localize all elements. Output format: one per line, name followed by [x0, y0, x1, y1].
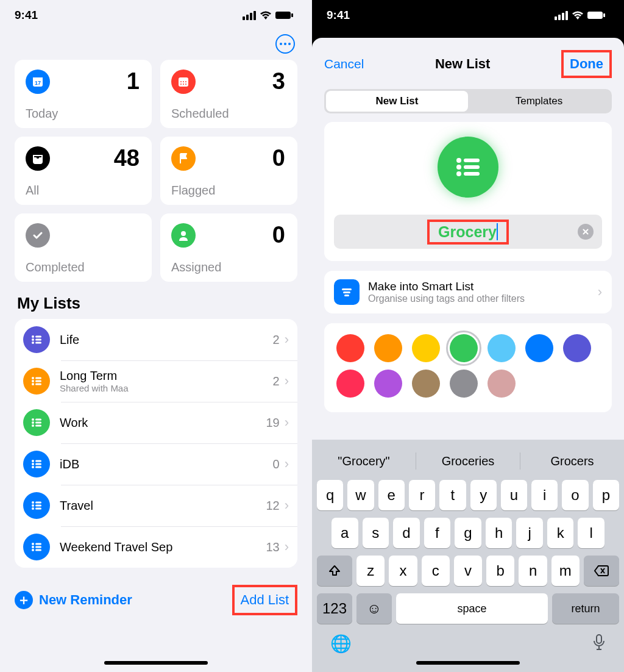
key-return[interactable]: return — [552, 593, 619, 624]
key-b[interactable]: b — [486, 556, 514, 586]
key-h[interactable]: h — [486, 518, 512, 548]
key-a[interactable]: a — [332, 518, 358, 548]
list-row[interactable]: Life2› — [15, 319, 297, 360]
color-picker-card — [324, 323, 612, 412]
key-k[interactable]: k — [547, 518, 574, 548]
add-list-button[interactable]: Add List — [232, 585, 298, 615]
key-w[interactable]: w — [347, 480, 374, 510]
key-r[interactable]: r — [409, 480, 435, 510]
key-c[interactable]: c — [422, 556, 450, 586]
color-swatch[interactable] — [336, 370, 364, 398]
list-row[interactable]: Long TermShared with Maa2› — [15, 360, 297, 402]
new-reminder-button[interactable]: ＋ New Reminder — [15, 591, 132, 609]
key-delete[interactable] — [584, 556, 619, 586]
flag-icon — [171, 146, 196, 171]
key-x[interactable]: x — [389, 556, 417, 586]
key-space[interactable]: space — [396, 593, 548, 624]
summary-card-flagged[interactable]: 0 Flagged — [160, 137, 297, 205]
svg-point-55 — [456, 171, 461, 176]
home-indicator[interactable] — [104, 661, 208, 665]
list-name-row[interactable]: Grocery — [334, 215, 602, 249]
key-y[interactable]: y — [470, 480, 497, 510]
key-d[interactable]: d — [393, 518, 420, 548]
cancel-button[interactable]: Cancel — [324, 57, 364, 71]
key-o[interactable]: o — [562, 480, 588, 510]
color-swatch[interactable] — [374, 370, 402, 398]
key-l[interactable]: l — [578, 518, 604, 548]
key-p[interactable]: p — [593, 480, 619, 510]
new-list-screen: 9:41 Cancel New List Done New List Templ… — [312, 0, 624, 672]
svg-rect-14 — [35, 336, 41, 338]
status-time: 9:41 — [327, 9, 350, 22]
color-swatch[interactable] — [563, 334, 591, 362]
calendar-icon: 17 — [26, 70, 50, 94]
text-caret — [497, 223, 498, 240]
key-shift[interactable] — [317, 556, 352, 586]
svg-rect-50 — [603, 13, 605, 17]
list-row[interactable]: Travel12› — [15, 485, 297, 526]
key-t[interactable]: t — [439, 480, 466, 510]
key-i[interactable]: i — [531, 480, 558, 510]
key-q[interactable]: q — [317, 480, 343, 510]
svg-rect-16 — [35, 339, 41, 341]
color-swatch[interactable] — [488, 334, 516, 362]
list-row[interactable]: iDB0› — [15, 443, 297, 485]
key-numbers[interactable]: 123 — [317, 593, 352, 624]
suggestion-3[interactable]: Grocers — [520, 454, 624, 468]
clear-text-button[interactable] — [578, 224, 594, 240]
summary-card-all[interactable]: 48 All — [15, 137, 152, 205]
color-swatch[interactable] — [488, 370, 516, 398]
color-swatch[interactable] — [374, 334, 402, 362]
color-swatch[interactable] — [412, 334, 440, 362]
home-indicator[interactable] — [416, 661, 520, 665]
keyboard[interactable]: "Grocery" Groceries Grocers qwertyuiop a… — [312, 440, 624, 672]
globe-icon[interactable]: 🌐 — [330, 634, 352, 654]
summary-card-scheduled[interactable]: 3 Scheduled — [160, 60, 297, 128]
list-count: 0 — [273, 457, 280, 471]
color-swatch[interactable] — [525, 334, 553, 362]
mic-icon[interactable] — [592, 634, 606, 654]
key-n[interactable]: n — [519, 556, 547, 586]
suggestion-2[interactable]: Groceries — [416, 454, 520, 468]
sheet-title: New List — [435, 56, 490, 72]
reminders-home-screen: 9:41 17 1 Today 3 Scheduled 48 All 0 Fla — [0, 0, 312, 672]
chevron-right-icon: › — [285, 498, 289, 513]
key-e[interactable]: e — [378, 480, 405, 510]
chevron-right-icon: › — [285, 539, 289, 555]
svg-point-35 — [32, 466, 34, 468]
smart-list-row[interactable]: Make into Smart List Organise using tags… — [324, 271, 612, 313]
key-z[interactable]: z — [356, 556, 385, 586]
status-time: 9:41 — [15, 9, 38, 22]
suggestion-1[interactable]: "Grocery" — [312, 454, 416, 468]
color-swatch[interactable] — [336, 334, 364, 362]
chevron-right-icon: › — [598, 284, 602, 300]
list-name-input[interactable]: Grocery — [438, 223, 497, 241]
key-u[interactable]: u — [501, 480, 527, 510]
key-v[interactable]: v — [454, 556, 482, 586]
list-row[interactable]: Weekend Travel Sep13› — [15, 526, 297, 568]
color-swatch[interactable] — [450, 370, 478, 398]
more-button[interactable] — [275, 34, 295, 54]
smart-list-icon — [334, 279, 360, 305]
segmented-control[interactable]: New List Templates — [324, 89, 612, 113]
color-swatch[interactable] — [450, 334, 478, 362]
svg-point-9 — [180, 84, 182, 85]
segment-templates[interactable]: Templates — [468, 91, 610, 112]
key-m[interactable]: m — [551, 556, 580, 586]
key-g[interactable]: g — [455, 518, 481, 548]
key-j[interactable]: j — [516, 518, 543, 548]
key-s[interactable]: s — [363, 518, 389, 548]
cellular-icon — [243, 11, 256, 20]
key-f[interactable]: f — [424, 518, 451, 548]
color-swatch[interactable] — [412, 370, 440, 398]
done-button[interactable]: Done — [561, 50, 612, 78]
segment-new-list[interactable]: New List — [326, 91, 468, 112]
svg-point-15 — [32, 338, 34, 341]
summary-card-today[interactable]: 17 1 Today — [15, 60, 152, 128]
summary-card-assigned[interactable]: 0 Assigned — [160, 213, 297, 282]
svg-point-6 — [180, 81, 182, 82]
summary-card-completed[interactable]: Completed — [15, 213, 152, 282]
svg-point-17 — [32, 341, 34, 344]
list-row[interactable]: Work19› — [15, 402, 297, 443]
key-emoji[interactable]: ☺ — [356, 593, 392, 624]
